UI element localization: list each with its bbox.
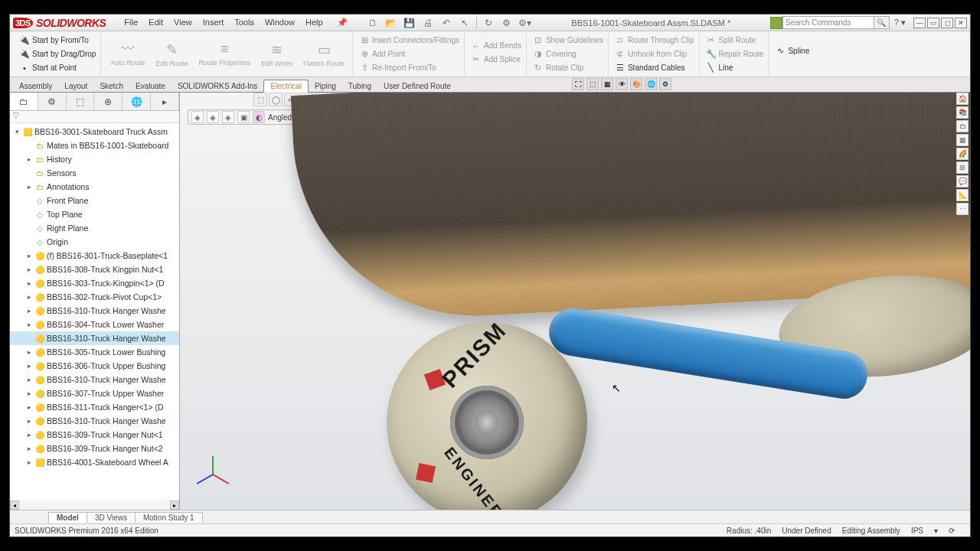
status-units[interactable]: IPS: [911, 527, 923, 535]
tree-item[interactable]: ▸🟡BBS16-311-Truck Hanger<1> (D: [10, 400, 179, 414]
tree-item[interactable]: 🟡BBS16-310-Truck Hanger Washe: [10, 331, 179, 345]
config-mgr-tab[interactable]: ⬚: [67, 93, 95, 110]
status-dropdown-icon[interactable]: ▾: [934, 527, 938, 535]
bc-ico-4[interactable]: ▣: [237, 111, 250, 123]
scroll-left-icon[interactable]: ◂: [10, 500, 19, 510]
tree-scrollbar[interactable]: ◂ ▸: [10, 500, 179, 510]
more-icon[interactable]: ⋯: [956, 203, 969, 215]
panel-filter[interactable]: ▽: [10, 111, 179, 123]
tab-addins[interactable]: SOLIDWORKS Add-Ins: [172, 80, 263, 92]
bc-ico-3[interactable]: ◈: [222, 111, 234, 123]
add-splice-button[interactable]: ✂Add Splice: [469, 54, 523, 66]
close-button[interactable]: ✕: [955, 18, 967, 28]
expand-icon[interactable]: ▸: [25, 348, 33, 356]
rotate-clip-button[interactable]: ↻Rotate Clip: [531, 62, 605, 74]
tree-item[interactable]: 🗀Mates in BBS16-1001-Skateboard: [10, 139, 179, 152]
expand-icon[interactable]: ▸: [25, 183, 33, 191]
new-icon[interactable]: 🗋: [366, 16, 380, 30]
tree-item[interactable]: ▾🟨BBS16-3001-Skateboard Truck Assm: [10, 125, 179, 139]
scene-icon[interactable]: 🌐: [645, 78, 657, 90]
auto-route-button[interactable]: 〰Auto Route: [106, 40, 149, 68]
edit-route-button[interactable]: ✎Edit Route: [151, 40, 192, 69]
expand-icon[interactable]: ▾: [13, 128, 21, 135]
tree-item[interactable]: ▸🟡BBS16-306-Truck Upper Bushing: [10, 359, 179, 373]
select-icon[interactable]: ↖: [458, 16, 472, 30]
expand-icon[interactable]: ▸: [25, 266, 33, 273]
tree-item[interactable]: ▸🟡BBS16-302-Truck-Pivot Cup<1>: [10, 290, 179, 304]
display-mgr-tab[interactable]: 🌐: [122, 93, 151, 110]
graphics-viewport[interactable]: ⬚ ◯ ⇔ ⊞ ◎ ⊡ ◉ ⊚ ◈ ◈ ◈ ▣ ◐ Angled Surface…: [180, 93, 970, 510]
scroll-right-icon[interactable]: ▸: [170, 500, 179, 510]
expand-icon[interactable]: ▸: [25, 279, 33, 287]
expand-icon[interactable]: ▸: [25, 458, 33, 466]
v-ico-1[interactable]: ⬚: [253, 93, 267, 106]
expand-icon[interactable]: ▸: [25, 431, 33, 439]
unhook-clip-button[interactable]: ⊄Unhook from Clip: [613, 48, 696, 60]
expand-icon[interactable]: ▸: [25, 293, 33, 301]
route-props-button[interactable]: ≡Route Properties: [194, 40, 255, 68]
expand-icon[interactable]: ▸: [25, 376, 33, 383]
v-ico-2[interactable]: ◯: [269, 93, 283, 106]
feature-icon[interactable]: ◐: [253, 111, 265, 123]
search-button[interactable]: 🔍: [874, 16, 890, 29]
status-rebuild-icon[interactable]: ⟳: [949, 527, 955, 535]
print-icon[interactable]: 🖨: [421, 16, 435, 30]
tree-item[interactable]: ▸🟨BBS16-4001-Skateboard Wheel A: [10, 455, 179, 469]
settings-icon[interactable]: ⚙▾: [518, 16, 532, 30]
tree-item[interactable]: ◇Front Plane: [10, 194, 179, 207]
view-palette-icon[interactable]: ▦: [956, 134, 969, 146]
expand-tab[interactable]: ▸: [151, 93, 179, 110]
menu-window[interactable]: Window: [260, 16, 299, 29]
menu-edit[interactable]: Edit: [144, 16, 168, 29]
maximize-button[interactable]: ◻: [941, 18, 953, 28]
expand-icon[interactable]: ▸: [25, 445, 33, 452]
open-icon[interactable]: 📂: [384, 16, 398, 30]
expand-icon[interactable]: ▸: [25, 417, 33, 425]
tab-evaluate[interactable]: Evaluate: [129, 80, 172, 92]
bc-ico-1[interactable]: ◈: [191, 111, 204, 123]
expand-icon[interactable]: ▸: [25, 155, 33, 163]
add-point-button[interactable]: ⊕Add Point: [358, 48, 461, 60]
save-icon[interactable]: 💾: [403, 16, 416, 30]
options-icon[interactable]: ⚙: [500, 16, 514, 30]
pin-icon[interactable]: 📌: [332, 16, 352, 29]
minimize-button[interactable]: —: [913, 18, 926, 28]
undo-icon[interactable]: ↶: [439, 16, 453, 30]
tree-item[interactable]: ▸🟡BBS16-310-Truck Hanger Washe: [10, 414, 179, 428]
expand-icon[interactable]: ▸: [25, 321, 33, 328]
tree-item[interactable]: ▸🟡BBS16-309-Truck Hanger Nut<2: [10, 442, 179, 455]
property-mgr-tab[interactable]: ⚙: [38, 93, 67, 110]
tab-electrical[interactable]: Electrical: [263, 80, 309, 93]
restore-button[interactable]: ▭: [927, 18, 939, 28]
solidworks-resources-icon[interactable]: [770, 17, 782, 29]
tree-item[interactable]: ▸🟡BBS16-310-Truck Hanger Washe: [10, 373, 179, 386]
flatten-route-button[interactable]: ▭Flatten Route: [299, 40, 349, 69]
dimx-tab[interactable]: ⊕: [94, 93, 122, 110]
insert-connectors-button[interactable]: ⊞Insert Connectors/Fittings: [358, 34, 461, 47]
menu-insert[interactable]: Insert: [198, 16, 229, 29]
add-bends-button[interactable]: ⌐Add Bends: [469, 40, 523, 52]
standard-cables-button[interactable]: ☰Standard Cables: [613, 62, 696, 74]
tab-layout[interactable]: Layout: [58, 80, 93, 92]
forum-icon[interactable]: 💬: [956, 175, 969, 187]
reimport-button[interactable]: ⇪Re-Import From/To: [358, 62, 461, 74]
menu-file[interactable]: File: [119, 16, 142, 29]
start-atpoint-button[interactable]: •Start at Point: [18, 62, 97, 74]
help-icon[interactable]: ? ▾: [894, 18, 906, 28]
tab-sketch[interactable]: Sketch: [93, 80, 129, 92]
tab-piping[interactable]: Piping: [309, 80, 342, 92]
tree-item[interactable]: ▸🟡BBS16-305-Truck Lower Bushing: [10, 345, 179, 359]
tree-item[interactable]: ▸🗀Annotations: [10, 180, 179, 194]
display-style-icon[interactable]: ▦: [601, 78, 613, 90]
tree-item[interactable]: ◇Top Plane: [10, 207, 179, 221]
feature-tree[interactable]: ▾🟨BBS16-3001-Skateboard Truck Assm🗀Mates…: [10, 123, 179, 500]
expand-icon[interactable]: ▸: [25, 252, 33, 259]
appearance-icon[interactable]: 🎨: [630, 78, 642, 90]
hide-show-icon[interactable]: 👁: [616, 78, 628, 90]
tree-item[interactable]: ▸🟡BBS16-304-Truck Lower Washer: [10, 318, 179, 331]
measure-icon[interactable]: 📐: [956, 189, 969, 201]
library-icon[interactable]: 📚: [956, 106, 969, 119]
feature-tree-tab[interactable]: 🗀: [10, 93, 38, 110]
expand-icon[interactable]: ▸: [25, 362, 33, 370]
repair-route-button[interactable]: 🔧Repair Route: [704, 48, 766, 60]
